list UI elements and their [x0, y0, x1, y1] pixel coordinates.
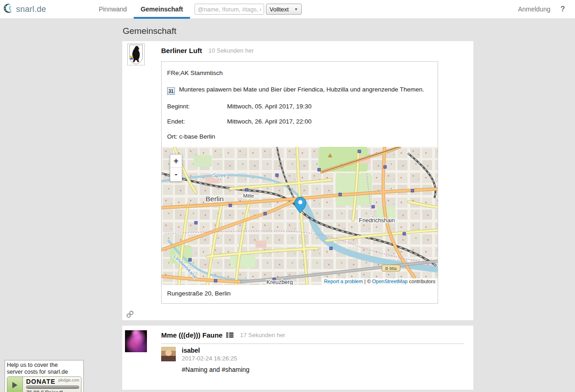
shared-author-name[interactable]: isabel — [182, 347, 237, 354]
post-header: Berliner Luft 10 Sekunden her — [161, 41, 473, 54]
event-begins-row: Beginnt: Mittwoch, 05. April 2017, 19:30 — [167, 103, 432, 110]
post-footer — [126, 310, 473, 320]
post-mme-faune: Mme (((de))) Faune 17 Sekunden her isabe… — [122, 326, 473, 390]
event-address: Rungestraße 20, Berlin — [162, 285, 438, 303]
donate-button-label: DONATE — [26, 378, 55, 385]
map-label-spree: Spree — [213, 172, 226, 178]
avatar-mme-faune[interactable] — [125, 330, 147, 352]
pledgie-donate-badge[interactable]: DONATE pledgie.com 76.00 € Raised! — [7, 376, 81, 392]
author-name[interactable]: Berliner Luft — [161, 47, 202, 54]
avatar-isabel[interactable] — [161, 347, 176, 361]
map-canvas: B 96a Spree Landwehrkanal Berlin Mitte F… — [162, 147, 438, 285]
event-title: FRe;AK Stammtisch — [167, 70, 432, 76]
event-location-row: Ort: c-base Berlin — [167, 133, 432, 140]
shared-post-divider — [161, 344, 464, 344]
map-zoom-in-button[interactable]: + — [170, 155, 182, 168]
location-value: c-base Berlin — [179, 133, 215, 140]
donation-text-line1: Help us to cover the — [7, 362, 81, 369]
post-header: Mme (((de))) Faune 17 Sekunden her — [161, 326, 473, 339]
openstreetmap-link[interactable]: OpenStreetMap — [372, 279, 408, 284]
post-time: 17 Sekunden her — [240, 332, 285, 338]
pledgie-badge-right: DONATE pledgie.com 76.00 € Raised! — [23, 377, 81, 392]
map-label-berlin: Berlin — [206, 195, 224, 203]
donation-box: Help us to cover the server costs for sn… — [5, 360, 84, 392]
login-link[interactable]: Anmeldung — [518, 5, 550, 13]
shared-post-body: #Naming and #shaming — [182, 366, 473, 373]
play-triangle-icon — [12, 382, 17, 388]
top-navbar: snarl.de Pinnwand Gemeinschaft Volltext … — [0, 0, 575, 19]
snarl-logo-icon — [3, 3, 13, 16]
pledgie-site-label: pledgie.com — [58, 378, 79, 382]
map-label-mitte: Mitte — [243, 193, 254, 199]
donate-play-button[interactable] — [7, 377, 23, 392]
community-stream: Gemeinschaft Berliner Luft 10 Sekunden h… — [122, 26, 473, 390]
help-icon[interactable]: ? — [560, 5, 565, 13]
map-attribution: Report a problem | © OpenStreetMap contr… — [322, 278, 438, 285]
main-nav: Pinnwand Gemeinschaft — [92, 0, 190, 19]
author-name[interactable]: Mme (((de))) Faune — [161, 331, 222, 339]
ends-label: Endet: — [167, 118, 227, 125]
calendar-icon: 31 — [167, 87, 175, 95]
map-label-friedrichshain: Friedrichshain — [359, 217, 395, 224]
page-title: Gemeinschaft — [123, 26, 473, 36]
event-ends-row: Endet: Mittwoch, 26. April 2017, 22:00 — [167, 118, 432, 125]
shared-post-timestamp: 2017-02-24 16:26:25 — [182, 355, 237, 362]
brand-name: snarl.de — [16, 5, 46, 14]
location-label: Ort: — [167, 133, 178, 140]
map-zoom-controls: + - — [170, 154, 182, 182]
brand-home-link[interactable]: snarl.de — [3, 3, 46, 16]
search-scope-select[interactable]: Volltext ▼ — [266, 4, 302, 15]
tab-gemeinschaft[interactable]: Gemeinschaft — [134, 0, 190, 19]
forum-list-icon — [226, 332, 233, 338]
search-scope-value: Volltext — [270, 6, 289, 13]
report-problem-link[interactable]: Report a problem — [324, 279, 363, 284]
begins-label: Beginnt: — [167, 103, 227, 110]
donation-raised-amount: 76.00 € Raised! — [26, 390, 79, 392]
dropdown-arrow-icon: ▼ — [294, 7, 298, 11]
map-road-badge: B 96a — [382, 265, 400, 271]
donation-text-line2: server costs for snarl.de — [7, 369, 81, 376]
svg-text:B 96a: B 96a — [385, 266, 397, 271]
event-description: 31Munteres palawern bei Mate und Bier üb… — [167, 85, 432, 95]
shared-post-header: isabel 2017-02-24 16:26:25 — [161, 347, 473, 362]
openstreetmap-widget[interactable]: B 96a Spree Landwehrkanal Berlin Mitte F… — [162, 147, 438, 285]
post-berliner-luft: Berliner Luft 10 Sekunden her FRe;AK Sta… — [122, 41, 473, 320]
tab-pinnwand[interactable]: Pinnwand — [92, 0, 134, 19]
begins-value: Mittwoch, 05. April 2017, 19:30 — [227, 103, 312, 110]
avatar-berliner-luft[interactable] — [127, 43, 145, 65]
shared-post-meta: isabel 2017-02-24 16:26:25 — [182, 347, 237, 362]
donation-progress-bar — [26, 386, 79, 389]
berlin-coat-of-arms — [128, 44, 144, 65]
map-label-kreuzberg: Kreuzberg — [266, 279, 293, 285]
navbar-right: Anmeldung ? — [518, 5, 569, 13]
permalink-icon[interactable] — [126, 310, 134, 318]
event-card: FRe;AK Stammtisch 31Munteres palawern be… — [161, 61, 438, 304]
search-input[interactable] — [195, 4, 264, 15]
map-zoom-out-button[interactable]: - — [170, 168, 182, 181]
ends-value: Mittwoch, 26. April 2017, 22:00 — [227, 118, 312, 125]
post-time: 10 Sekunden her — [208, 47, 254, 54]
